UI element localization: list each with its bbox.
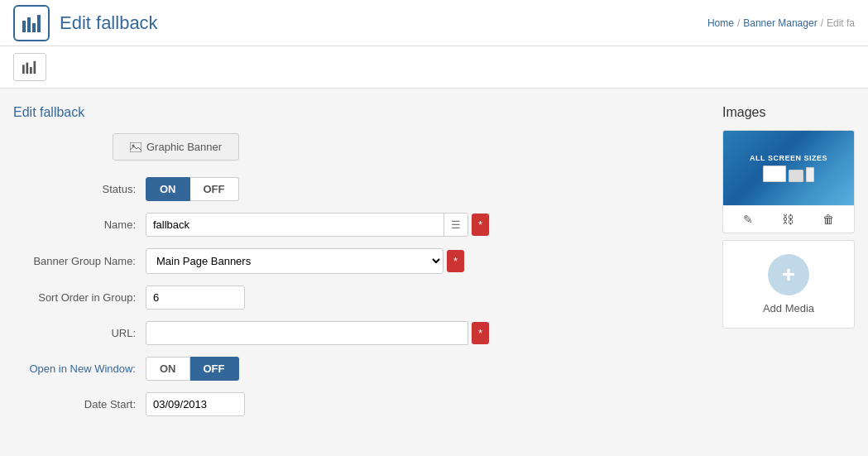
preview-text: ALL SCREEN SIZES bbox=[750, 154, 827, 162]
date-start-label: Date Start: bbox=[13, 398, 146, 410]
status-toggle: ON OFF bbox=[146, 177, 239, 201]
banner-group-required-button: * bbox=[447, 250, 464, 272]
bar-chart-toolbar-icon bbox=[22, 60, 37, 74]
form-section: Edit fallback Graphic Banner Status: ON … bbox=[13, 105, 706, 428]
status-row: Status: ON OFF bbox=[13, 177, 706, 201]
banner-group-label: Banner Group Name: bbox=[13, 255, 146, 267]
name-label: Name: bbox=[13, 218, 146, 231]
page-title: Edit fallback bbox=[60, 12, 158, 34]
name-input-group: ☰ bbox=[146, 213, 468, 237]
url-required-button: * bbox=[472, 322, 489, 344]
date-start-row: Date Start: bbox=[13, 392, 706, 416]
banner-type-button[interactable]: Graphic Banner bbox=[113, 133, 239, 161]
svg-rect-6 bbox=[30, 67, 32, 74]
device-phone bbox=[806, 167, 814, 182]
name-row: Name: ☰ * bbox=[13, 213, 706, 237]
svg-rect-3 bbox=[37, 15, 41, 32]
name-input[interactable] bbox=[146, 214, 444, 236]
open-new-window-label: Open in New Window: bbox=[13, 362, 146, 375]
svg-rect-0 bbox=[22, 21, 26, 32]
svg-rect-8 bbox=[130, 142, 141, 152]
breadcrumb: Home / Banner Manager / Edit fa bbox=[707, 17, 855, 29]
svg-rect-5 bbox=[26, 63, 29, 74]
status-off-button[interactable]: OFF bbox=[190, 177, 239, 201]
toolbar bbox=[0, 46, 868, 89]
breadcrumb-sep-2: / bbox=[821, 17, 823, 29]
sort-order-label: Sort Order in Group: bbox=[13, 291, 146, 304]
open-new-window-off-button[interactable]: OFF bbox=[190, 357, 239, 381]
status-on-button[interactable]: ON bbox=[146, 177, 190, 201]
url-input[interactable] bbox=[146, 321, 468, 345]
image-icon bbox=[130, 142, 141, 152]
banner-type-selector: Graphic Banner bbox=[113, 133, 706, 161]
image-preview: ALL SCREEN SIZES bbox=[723, 131, 854, 205]
add-media-icon: + bbox=[768, 254, 809, 295]
svg-rect-2 bbox=[32, 23, 36, 32]
breadcrumb-home[interactable]: Home bbox=[707, 17, 734, 29]
toolbar-stats-button[interactable] bbox=[13, 53, 46, 81]
header-icon-box bbox=[13, 5, 50, 41]
sort-order-input[interactable] bbox=[146, 286, 245, 310]
device-monitor bbox=[763, 166, 786, 182]
breadcrumb-sep-1: / bbox=[737, 17, 740, 29]
url-row: URL: * bbox=[13, 321, 706, 345]
breadcrumb-banner-manager[interactable]: Banner Manager bbox=[743, 17, 817, 29]
add-media-label: Add Media bbox=[763, 302, 814, 314]
section-title: Edit fallback bbox=[13, 105, 706, 120]
date-start-input[interactable] bbox=[146, 392, 245, 416]
images-panel: Images ALL SCREEN SIZES ✎ ⛓ 🗑 bbox=[722, 105, 855, 329]
images-title: Images bbox=[722, 105, 855, 120]
image-actions: ✎ ⛓ 🗑 bbox=[723, 205, 854, 233]
svg-rect-1 bbox=[27, 17, 31, 32]
banner-group-select[interactable]: Main Page Banners bbox=[146, 248, 444, 274]
svg-rect-4 bbox=[22, 65, 25, 74]
banner-type-label: Graphic Banner bbox=[146, 141, 222, 153]
name-required-button: * bbox=[472, 214, 489, 236]
banner-group-row: Banner Group Name: Main Page Banners * bbox=[13, 248, 706, 274]
svg-rect-7 bbox=[34, 61, 36, 74]
preview-devices bbox=[763, 166, 814, 182]
image-link-button[interactable]: ⛓ bbox=[777, 211, 798, 228]
device-tablet bbox=[789, 170, 803, 182]
banner-group-select-group: Main Page Banners bbox=[146, 248, 444, 274]
breadcrumb-current: Edit fa bbox=[827, 17, 855, 29]
header: Edit fallback Home / Banner Manager / Ed… bbox=[0, 0, 868, 46]
open-new-window-toggle: ON OFF bbox=[146, 357, 239, 381]
url-label: URL: bbox=[13, 327, 146, 339]
name-input-icon: ☰ bbox=[444, 214, 468, 236]
sort-order-row: Sort Order in Group: bbox=[13, 286, 706, 310]
status-label: Status: bbox=[13, 183, 146, 195]
image-card: ALL SCREEN SIZES ✎ ⛓ 🗑 bbox=[722, 130, 855, 233]
open-new-window-row: Open in New Window: ON OFF bbox=[13, 357, 706, 381]
bar-chart-icon bbox=[22, 14, 41, 32]
image-preview-inner: ALL SCREEN SIZES bbox=[723, 131, 854, 205]
image-delete-button[interactable]: 🗑 bbox=[818, 211, 839, 228]
main-content: Edit fallback Graphic Banner Status: ON … bbox=[0, 89, 868, 444]
header-left: Edit fallback bbox=[13, 5, 158, 41]
image-edit-button[interactable]: ✎ bbox=[738, 211, 758, 228]
open-new-window-on-button[interactable]: ON bbox=[146, 357, 190, 381]
add-media-card[interactable]: + Add Media bbox=[722, 240, 855, 329]
